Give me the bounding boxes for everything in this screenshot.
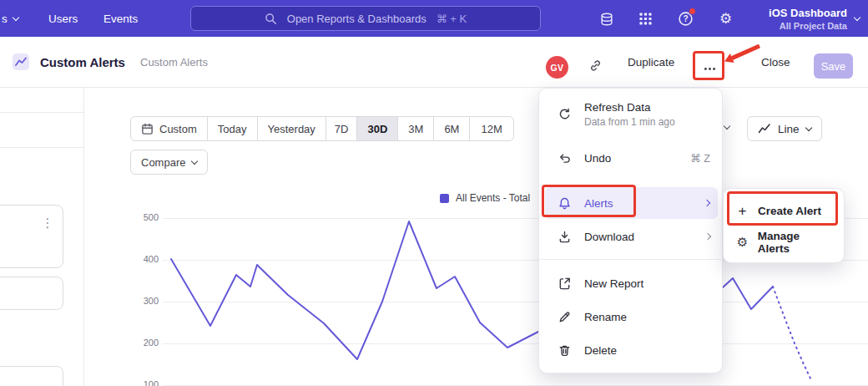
bell-icon: [558, 196, 572, 211]
gridline: [163, 302, 868, 302]
date-custom-button[interactable]: Custom: [130, 116, 208, 141]
app-root: s Users Events Open Reports & Dashboards…: [0, 0, 868, 386]
plus-icon: +: [736, 204, 749, 218]
notification-dot: [689, 8, 696, 15]
page-title: Custom Alerts: [40, 37, 125, 87]
chevron-right-icon: [704, 200, 710, 206]
nav-item-partial[interactable]: s: [2, 0, 18, 37]
compare-button[interactable]: Compare: [130, 150, 208, 175]
menu-item-new-report[interactable]: New Report: [539, 267, 724, 299]
menu-label: Alerts: [584, 197, 613, 210]
help-icon[interactable]: ?: [678, 11, 694, 27]
download-icon: [558, 230, 572, 244]
date-today-button[interactable]: Today: [207, 116, 258, 141]
y-axis-label: 500: [130, 212, 159, 222]
refresh-data-text: Refresh Data Data from 1 min ago: [584, 101, 675, 128]
menu-label: New Report: [584, 277, 643, 290]
nav-item-users[interactable]: Users: [48, 0, 78, 37]
duplicate-button[interactable]: Duplicate: [628, 37, 674, 87]
menu-item-refresh-data[interactable]: Refresh Data Data from 1 min ago: [539, 95, 724, 134]
close-button[interactable]: Close: [761, 37, 790, 87]
chart-type-label: Line: [778, 123, 800, 135]
share-link-icon[interactable]: [588, 58, 603, 73]
search-icon: [265, 13, 277, 25]
data-icon[interactable]: [598, 11, 614, 27]
legend-label: All Events - Total: [456, 192, 530, 204]
report-header: Custom Alerts Custom Alerts GV Duplicate…: [0, 37, 868, 88]
legend-item[interactable]: All Events - Total: [440, 192, 530, 204]
trash-icon: [558, 343, 572, 358]
menu-item-undo[interactable]: Undo ⌘ Z: [539, 142, 724, 174]
chevron-down-icon: [805, 124, 811, 130]
menu-item-alerts[interactable]: Alerts: [545, 187, 718, 219]
search-shortcut: ⌘ + K: [437, 13, 467, 25]
chevron-right-icon: [704, 233, 711, 240]
menu-label: Manage Alerts: [758, 230, 833, 255]
menu-item-rename[interactable]: Rename: [539, 301, 724, 333]
menu-label: Download: [584, 231, 634, 243]
menu-item-download[interactable]: Download: [539, 221, 724, 252]
chart-line-main: [171, 221, 538, 359]
sidebar-card[interactable]: [0, 366, 63, 386]
search-placeholder: Open Reports & Dashboards: [287, 13, 426, 25]
kebab-menu-icon[interactable]: ⋮: [41, 216, 54, 231]
sidebar-card[interactable]: [0, 205, 63, 268]
compare-label: Compare: [141, 156, 185, 169]
legend-swatch: [440, 194, 449, 203]
y-axis-label: 400: [130, 254, 159, 264]
chart-type-button[interactable]: Line: [747, 116, 822, 141]
y-axis-label: 300: [130, 296, 159, 306]
undo-icon: [558, 151, 572, 165]
sidebar-separator: [0, 112, 83, 113]
menu-item-delete[interactable]: Delete: [539, 334, 724, 366]
chevron-down-icon[interactable]: [724, 123, 730, 130]
project-switcher[interactable]: iOS Dashboard All Project Data: [765, 3, 863, 33]
breadcrumb: Custom Alerts: [140, 37, 208, 87]
date-3m-button[interactable]: 3M: [397, 116, 434, 141]
svg-text:?: ?: [683, 14, 688, 23]
menu-shortcut: ⌘ Z: [690, 152, 710, 165]
menu-item-create-alert[interactable]: + Create Alert: [729, 196, 840, 225]
report-type-icon: [12, 53, 30, 71]
project-text: iOS Dashboard All Project Data: [769, 7, 847, 31]
gear-glyph: ⚙: [719, 12, 732, 26]
chevron-down-icon: [854, 13, 860, 20]
menu-label: Refresh Data: [584, 101, 675, 114]
alerts-submenu: + Create Alert ⚙ Manage Alerts: [723, 188, 845, 263]
chevron-down-icon: [13, 13, 19, 20]
menu-label: Delete: [584, 344, 617, 357]
sidebar-card[interactable]: [0, 277, 63, 310]
gear-icon: ⚙: [736, 236, 749, 249]
gridline: [163, 343, 868, 344]
search-input[interactable]: Open Reports & Dashboards ⌘ + K: [190, 6, 541, 31]
menu-label: Create Alert: [758, 205, 821, 217]
chart-line-forecast: [773, 287, 811, 380]
chevron-down-icon: [191, 157, 198, 164]
settings-gear-icon[interactable]: ⚙: [718, 11, 734, 27]
menu-sublabel: Data from 1 min ago: [584, 116, 675, 128]
date-7d-button[interactable]: 7D: [326, 116, 358, 141]
ellipsis-icon: [703, 62, 717, 76]
y-axis-label: 100: [130, 379, 159, 386]
calendar-icon: [141, 123, 154, 135]
date-6m-button[interactable]: 6M: [433, 116, 470, 141]
date-range-control: Custom Today Yesterday 7D 30D 3M 6M 12M: [130, 116, 514, 141]
chart-line-right: [723, 278, 773, 309]
save-button[interactable]: Save: [814, 53, 853, 79]
project-subtitle: All Project Data: [769, 21, 847, 31]
menu-label: Rename: [584, 311, 627, 323]
more-options-button[interactable]: [697, 57, 722, 81]
nav-partial-label: s: [2, 13, 8, 25]
nav-item-events[interactable]: Events: [103, 0, 138, 37]
date-12m-button[interactable]: 12M: [469, 116, 513, 141]
date-30d-button[interactable]: 30D: [356, 116, 398, 141]
date-custom-label: Custom: [159, 123, 197, 135]
pencil-icon: [558, 310, 572, 324]
date-yesterday-button[interactable]: Yesterday: [257, 116, 326, 141]
y-axis-label: 200: [130, 338, 159, 348]
apps-grid-icon[interactable]: [638, 11, 654, 27]
line-chart-icon: [758, 122, 771, 135]
avatar[interactable]: GV: [546, 56, 568, 79]
menu-divider: [539, 259, 724, 260]
menu-item-manage-alerts[interactable]: ⚙ Manage Alerts: [729, 228, 840, 256]
